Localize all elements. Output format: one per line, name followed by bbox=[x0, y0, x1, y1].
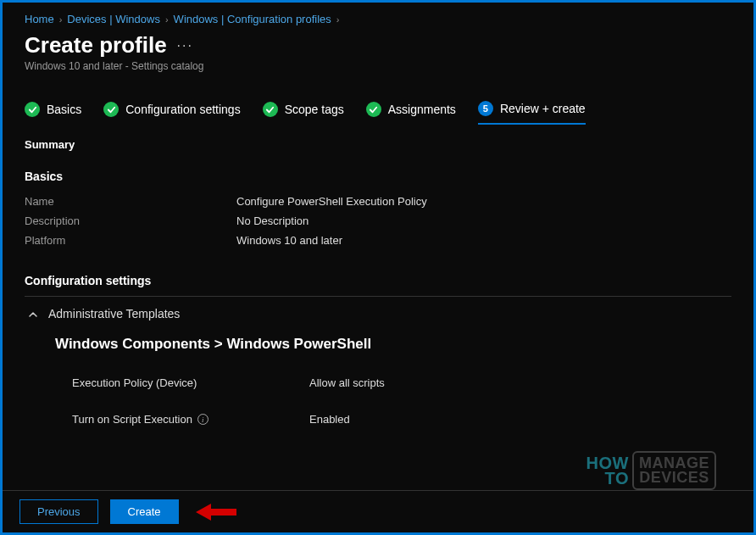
step-configuration-settings[interactable]: Configuration settings bbox=[103, 102, 240, 124]
page-subtitle: Windows 10 and later - Settings catalog bbox=[25, 60, 731, 72]
page-title: Create profile bbox=[25, 32, 167, 59]
step-number-icon: 5 bbox=[478, 101, 493, 116]
more-actions-button[interactable]: ··· bbox=[177, 38, 193, 53]
step-review-create[interactable]: 5 Review + create bbox=[478, 101, 586, 125]
basics-table: Name Configure PowerShell Execution Poli… bbox=[25, 192, 731, 250]
step-label: Configuration settings bbox=[125, 103, 240, 116]
watermark-text: TO bbox=[586, 471, 629, 486]
chevron-right-icon: › bbox=[336, 14, 340, 25]
settings-group-label: Administrative Templates bbox=[48, 307, 180, 320]
setting-label: Turn on Script Execution bbox=[72, 413, 192, 426]
field-value: Configure PowerShell Execution Policy bbox=[236, 195, 427, 208]
create-button[interactable]: Create bbox=[110, 499, 179, 524]
table-row: Name Configure PowerShell Execution Poli… bbox=[25, 192, 731, 211]
field-value: No Description bbox=[236, 215, 309, 227]
wizard-steps: Basics Configuration settings Scope tags… bbox=[25, 101, 731, 125]
step-scope-tags[interactable]: Scope tags bbox=[263, 102, 344, 124]
breadcrumb-item[interactable]: Windows | Configuration profiles bbox=[174, 13, 331, 25]
configuration-settings-heading: Configuration settings bbox=[25, 274, 731, 296]
field-label: Name bbox=[25, 195, 236, 208]
breadcrumb: Home › Devices | Windows › Windows | Con… bbox=[25, 11, 731, 25]
summary-heading: Summary bbox=[25, 138, 731, 151]
chevron-right-icon: › bbox=[165, 14, 169, 25]
watermark: HOW TO MANAGE DEVICES bbox=[586, 451, 716, 490]
step-label: Basics bbox=[47, 103, 81, 116]
setting-row: Turn on Script Execution i Enabled bbox=[72, 413, 731, 426]
check-icon bbox=[25, 102, 40, 117]
field-value: Windows 10 and later bbox=[236, 234, 342, 247]
step-label: Assignments bbox=[388, 103, 456, 116]
breadcrumb-item[interactable]: Devices | Windows bbox=[67, 13, 160, 25]
info-icon[interactable]: i bbox=[197, 414, 208, 425]
annotation-arrow-icon bbox=[196, 502, 236, 522]
field-label: Platform bbox=[25, 234, 236, 247]
svg-marker-0 bbox=[196, 504, 236, 521]
watermark-text: DEVICES bbox=[639, 471, 709, 485]
step-label: Scope tags bbox=[285, 103, 344, 116]
settings-group-toggle[interactable]: Administrative Templates bbox=[25, 297, 731, 324]
setting-label: Execution Policy (Device) bbox=[72, 376, 197, 389]
setting-value: Enabled bbox=[309, 413, 350, 426]
check-icon bbox=[263, 102, 278, 117]
breadcrumb-item[interactable]: Home bbox=[25, 13, 54, 25]
previous-button[interactable]: Previous bbox=[19, 499, 98, 524]
basics-heading: Basics bbox=[25, 170, 731, 183]
step-assignments[interactable]: Assignments bbox=[366, 102, 456, 124]
table-row: Description No Description bbox=[25, 211, 731, 231]
chevron-up-icon bbox=[28, 309, 38, 319]
wizard-footer: Previous Create bbox=[3, 490, 753, 532]
watermark-text: HOW bbox=[586, 455, 629, 471]
check-icon bbox=[103, 102, 119, 117]
check-icon bbox=[366, 102, 381, 117]
settings-path-title: Windows Components > Windows PowerShell bbox=[55, 336, 731, 353]
watermark-text: MANAGE bbox=[639, 456, 709, 471]
step-basics[interactable]: Basics bbox=[25, 102, 81, 124]
chevron-right-icon: › bbox=[59, 14, 63, 25]
table-row: Platform Windows 10 and later bbox=[25, 231, 731, 250]
field-label: Description bbox=[25, 215, 236, 227]
setting-row: Execution Policy (Device) Allow all scri… bbox=[72, 376, 731, 389]
step-label: Review + create bbox=[500, 102, 586, 115]
setting-value: Allow all scripts bbox=[309, 376, 385, 389]
